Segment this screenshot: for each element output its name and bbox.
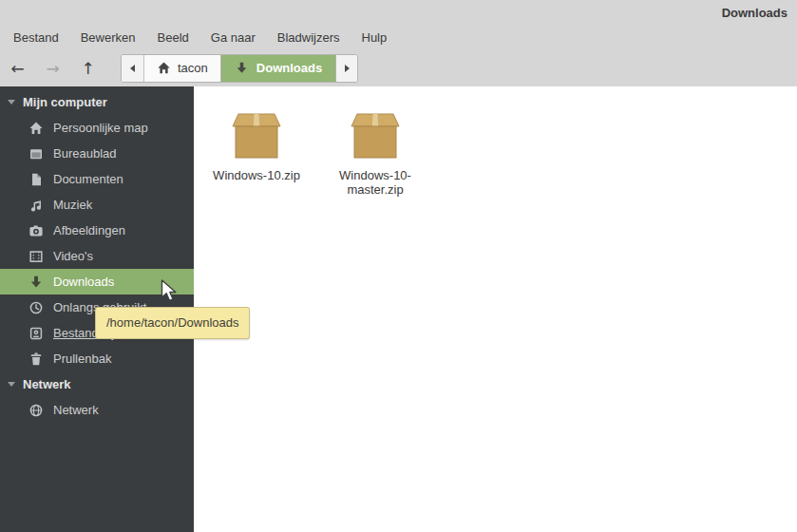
sidebar-section-netwerk[interactable]: Netwerk — [0, 371, 194, 397]
toolbar: ← → ↑ tacon Downloads — [0, 49, 797, 86]
section-header-label: Netwerk — [23, 377, 71, 391]
sidebar-item-label: Prullenbak — [53, 352, 111, 366]
sidebar-item-label: Afbeeldingen — [53, 223, 125, 238]
file-manager-window: Downloads Bestand Bewerken Beeld Ga naar… — [0, 0, 797, 532]
chevron-left-icon — [130, 65, 135, 72]
forward-button[interactable]: → — [35, 54, 70, 83]
music-note-icon — [28, 198, 44, 213]
breadcrumb-home-label: tacon — [178, 61, 208, 75]
file-name-label: Windows-10.zip — [213, 169, 300, 183]
sidebar-section-mijn-computer[interactable]: Mijn computer — [0, 89, 194, 115]
menu-hulp[interactable]: Hulp — [358, 28, 391, 47]
download-icon — [235, 61, 249, 75]
sidebar-item-videos[interactable]: Video's — [0, 243, 194, 269]
sidebar-item-label: Bureaublad — [53, 146, 117, 161]
file-windows-10-master-zip[interactable]: Windows-10-master.zip — [316, 111, 434, 197]
up-button[interactable]: ↑ — [70, 54, 105, 83]
sidebar-item-muziek[interactable]: Muziek — [0, 192, 194, 218]
camera-icon — [28, 223, 44, 238]
breadcrumb-scroll-right-button[interactable] — [335, 55, 357, 82]
trash-icon — [28, 352, 44, 367]
expander-down-icon[interactable] — [8, 100, 15, 104]
breadcrumb-downloads-label: Downloads — [256, 61, 322, 75]
chevron-right-icon — [345, 65, 350, 72]
download-icon — [28, 275, 44, 290]
menu-bewerken[interactable]: Bewerken — [77, 28, 140, 47]
clock-icon — [28, 300, 44, 315]
archive-icon — [230, 111, 283, 161]
sidebar-item-documenten[interactable]: Documenten — [0, 166, 194, 192]
file-list-area[interactable]: Windows-10.zip Windows-10-master.zip — [194, 86, 797, 532]
harddisk-icon — [28, 326, 44, 341]
sidebar-item-label: Documenten — [53, 172, 123, 186]
globe-icon — [28, 403, 44, 418]
film-icon — [28, 249, 44, 264]
sidebar-item-label: Muziek — [53, 198, 92, 212]
sidebar-item-label: Netwerk — [53, 403, 99, 417]
file-name-label: Windows-10-master.zip — [316, 169, 434, 197]
expander-down-icon[interactable] — [8, 382, 15, 387]
mouse-cursor — [161, 279, 181, 304]
window-title: Downloads — [722, 6, 788, 20]
sidebar-item-bureaublad[interactable]: Bureaublad — [0, 141, 194, 166]
sidebar-item-afbeeldingen[interactable]: Afbeeldingen — [0, 218, 194, 243]
breadcrumb-scroll-left-button[interactable] — [122, 55, 143, 82]
section-header-label: Mijn computer — [23, 95, 107, 109]
sidebar-item-persoonlijke-map[interactable]: Persoonlijke map — [0, 115, 194, 141]
sidebar-item-prullenbak[interactable]: Prullenbak — [0, 346, 194, 371]
document-icon — [28, 172, 44, 187]
menubar: Bestand Bewerken Beeld Ga naar Bladwijze… — [0, 25, 797, 49]
home-icon — [28, 121, 44, 136]
sidebar-item-label: Video's — [53, 249, 93, 263]
forward-icon: → — [46, 59, 59, 78]
home-icon — [157, 61, 171, 75]
titlebar[interactable]: Downloads — [0, 0, 797, 25]
sidebar-item-label: Downloads — [53, 275, 114, 289]
breadcrumb-segment-downloads[interactable]: Downloads — [220, 55, 335, 82]
breadcrumb-segment-home[interactable]: tacon — [143, 55, 220, 82]
archive-icon — [349, 111, 402, 161]
menu-beeld[interactable]: Beeld — [154, 28, 193, 47]
path-tooltip: /home/tacon/Downloads — [95, 307, 250, 339]
back-icon: ← — [10, 59, 24, 78]
menu-bestand[interactable]: Bestand — [9, 28, 63, 47]
breadcrumb: tacon Downloads — [121, 54, 358, 83]
menu-bladwijzers[interactable]: Bladwijzers — [274, 28, 344, 47]
sidebar-item-label: Persoonlijke map — [53, 121, 148, 135]
back-button[interactable]: ← — [0, 54, 35, 83]
up-icon: ↑ — [81, 59, 94, 78]
desktop-icon — [28, 146, 44, 162]
file-windows-10-zip[interactable]: Windows-10.zip — [198, 111, 315, 183]
sidebar-item-netwerk[interactable]: Netwerk — [0, 397, 194, 423]
menu-ga-naar[interactable]: Ga naar — [207, 28, 259, 47]
